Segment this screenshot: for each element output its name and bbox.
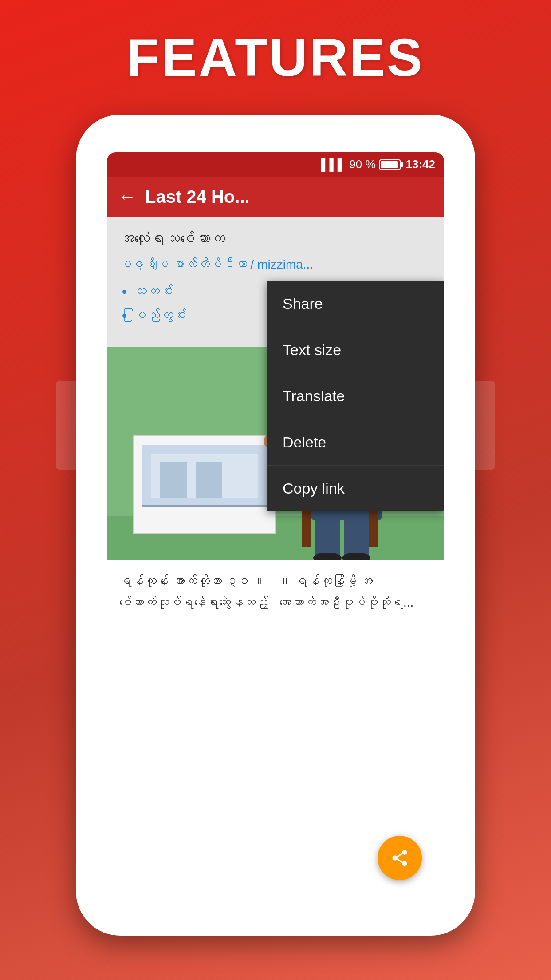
page-title: Features: [127, 27, 424, 88]
context-menu: Share Text size Translate Delete Copy li…: [267, 281, 444, 511]
status-bar: ▌▌▌ 90 % 13:42: [107, 152, 444, 177]
bottom-text-right: ။ ရန်ကုန်မြို့ အ အဆောက်အဦးပုပ်ပိုသိုရ...: [279, 571, 432, 613]
menu-item-share[interactable]: Share: [267, 281, 444, 327]
bottom-text-section: ရန်ကုန် အောက်တိုဘာ ၃၁ ။ ဝ်ဆောက်လုပ်ရန်ရေ…: [107, 560, 444, 624]
phone-wrapper: ▌▌▌ 90 % 13:42 ← Last 24 Ho... အလုံရေးသစ…: [65, 115, 486, 958]
menu-item-translate[interactable]: Translate: [267, 373, 444, 419]
bottom-left-line1: ရန်ကုန် အောက်တိုဘာ ၃၁ ။: [119, 571, 272, 592]
bottom-right-line1: ။ ရန်ကုန်မြို့ အ: [279, 571, 432, 592]
context-menu-overlay: Share Text size Translate Delete Copy li…: [107, 217, 444, 347]
svg-rect-6: [160, 462, 187, 498]
article-content: အလုံရေးသစ်ဆောက မဇ္ဈိမ မာလ်တိမိဒီယာ / miz…: [107, 217, 444, 347]
svg-rect-8: [142, 505, 267, 507]
battery-icon: [379, 159, 401, 170]
menu-item-copy-link[interactable]: Copy link: [267, 466, 444, 511]
bottom-text-left: ရန်ကုန် အောက်တိုဘာ ၃၁ ။ ဝ်ဆောက်လုပ်ရန်ရေ…: [119, 571, 272, 613]
fab-share-button[interactable]: [378, 836, 422, 880]
svg-rect-22: [302, 511, 311, 547]
app-header: ← Last 24 Ho...: [107, 177, 444, 217]
phone-screen: ▌▌▌ 90 % 13:42 ← Last 24 Ho... အလုံရေးသစ…: [107, 152, 444, 898]
bottom-right-line2: အဆောက်အဦးပုပ်ပိုသိုရ...: [279, 592, 432, 613]
svg-rect-7: [196, 462, 222, 498]
svg-rect-23: [369, 511, 378, 547]
header-title: Last 24 Ho...: [145, 187, 250, 207]
phone-shell: ▌▌▌ 90 % 13:42 ← Last 24 Ho... အလုံရေးသစ…: [76, 115, 475, 936]
menu-item-text-size[interactable]: Text size: [267, 327, 444, 373]
battery-percent: 90 %: [349, 158, 375, 171]
back-button[interactable]: ←: [118, 187, 136, 206]
menu-item-delete[interactable]: Delete: [267, 419, 444, 466]
status-time: 13:42: [406, 158, 436, 171]
signal-icon: ▌▌▌: [321, 158, 346, 171]
bottom-left-line2: ဝ်ဆောက်လုပ်ရန်ရေးဆွဲနေသည့်: [119, 592, 272, 613]
share-icon: [390, 848, 409, 868]
